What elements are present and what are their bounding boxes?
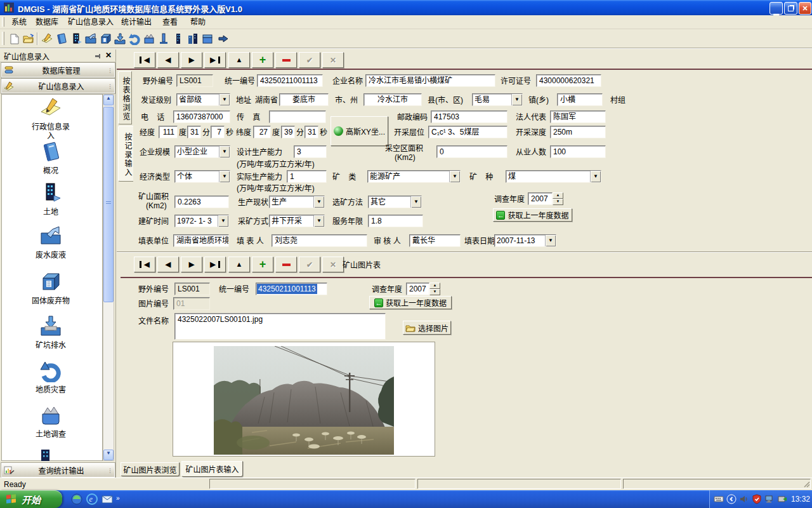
tray-keyboard-icon[interactable]	[714, 494, 724, 504]
nav-top-button[interactable]: ▲	[228, 52, 250, 68]
sidebar-group-mine-entry[interactable]: 矿山信息录入 ⋮	[1, 79, 115, 93]
geohazard-icon[interactable]	[128, 32, 141, 46]
lon-sec-field[interactable]: 7	[211, 126, 225, 138]
minimize-button[interactable]: ▁	[769, 2, 783, 15]
clock[interactable]: 13:32	[791, 495, 810, 504]
dropdown-arrow-icon[interactable]: ▼	[219, 94, 230, 105]
spin-up-icon[interactable]: ▲	[553, 192, 563, 199]
mine-kind-combo[interactable]: 煤▼	[506, 170, 601, 183]
dropdown-arrow-icon[interactable]: ▼	[511, 94, 522, 105]
depth-field[interactable]: 250m	[550, 126, 606, 138]
menu-system[interactable]: 系统	[9, 17, 29, 28]
record-add-button[interactable]: +	[252, 52, 273, 68]
sidebar-group-database[interactable]: 数据库管理 ⋮	[1, 63, 115, 77]
buildings-icon[interactable]	[186, 32, 200, 46]
record-delete-button[interactable]	[275, 52, 297, 68]
dropdown-arrow-icon[interactable]: ▼	[219, 146, 230, 157]
photo-add-button[interactable]: +	[252, 257, 273, 272]
photo-delete-button[interactable]	[275, 257, 297, 272]
mining-mode-combo[interactable]: 井下开采▼	[269, 215, 325, 227]
service-field[interactable]: 1.8	[368, 215, 423, 227]
date-combo[interactable]: 2007-11-13▼	[494, 234, 556, 247]
file-name-box[interactable]: 4325022007LS00101.jpg	[174, 313, 386, 340]
unified-no-field[interactable]: 43250211001113	[257, 74, 323, 87]
sidebar-item-land-survey[interactable]: 土地调查	[6, 404, 95, 439]
tab-entry-by-record[interactable]: 按记录输入	[118, 126, 133, 182]
sidebar-item-land[interactable]: 土地	[6, 182, 95, 217]
exit-icon[interactable]	[216, 32, 230, 46]
layer-field[interactable]: C₁c¹ 3、5煤层	[428, 126, 508, 138]
scroll-up-arrow[interactable]: ▲	[103, 95, 114, 105]
scroll-down-arrow[interactable]: ▼	[103, 450, 114, 460]
dropdown-arrow-icon[interactable]: ▼	[449, 171, 460, 182]
menu-view[interactable]: 查看	[160, 17, 180, 28]
county-combo[interactable]: 毛易▼	[472, 93, 523, 106]
overview-icon[interactable]	[55, 32, 69, 46]
sidebar-close-icon[interactable]: ✕	[105, 51, 112, 60]
sidebar-item-mine-drainage[interactable]: 矿坑排水	[6, 315, 95, 350]
gauss-xy-button[interactable]: 高斯XY坐...	[331, 116, 388, 146]
sidebar-group-query-output[interactable]: 查询统计输出 ⋮	[1, 463, 115, 478]
dropdown-arrow-icon[interactable]: ▼	[313, 196, 324, 208]
resize-grip[interactable]	[803, 481, 811, 488]
area-field[interactable]: 0.2263	[174, 196, 229, 208]
chest-icon[interactable]	[200, 32, 214, 46]
economy-combo[interactable]: 个体▼	[174, 170, 230, 183]
tab-photo-browse[interactable]: 矿山图片表浏览	[121, 462, 180, 476]
tab-browse-by-table[interactable]: 按表格浏览	[118, 71, 132, 124]
menu-help[interactable]: 帮助	[188, 17, 208, 28]
scroll-thumb[interactable]	[103, 107, 114, 302]
solid-waste-icon[interactable]	[98, 32, 112, 46]
mine-class-combo[interactable]: 能源矿产▼	[367, 170, 461, 183]
nav-last-button[interactable]: ▶	[204, 52, 226, 68]
lat-sec-field[interactable]: 31	[304, 126, 318, 138]
sidebar-item-wastewater[interactable]: 废水废液	[6, 225, 95, 260]
photo-nav-top-button[interactable]: ▲	[228, 257, 250, 272]
photo-unified-no-field[interactable]: 43250211001113	[256, 283, 327, 295]
spin-down-icon[interactable]: ▼	[553, 199, 563, 205]
prod-status-combo[interactable]: 生产▼	[269, 196, 325, 208]
built-date-combo[interactable]: 1972- 1- 3▼	[174, 215, 229, 227]
tray-safely-remove-icon[interactable]	[777, 494, 787, 504]
start-button[interactable]: 开始	[0, 490, 62, 508]
photo-survey-year-value[interactable]: 2007	[406, 283, 429, 295]
quicklaunch-mail-icon[interactable]	[102, 493, 113, 505]
scale-combo[interactable]: 小型企业▼	[174, 145, 230, 158]
cert-level-combo[interactable]: 省部级▼	[176, 93, 230, 106]
dropdown-arrow-icon[interactable]: ▼	[313, 215, 324, 227]
beneficiation-combo[interactable]: 其它▼	[368, 196, 422, 208]
lat-min-field[interactable]: 39	[281, 126, 295, 138]
legal-rep-field[interactable]: 陈国军	[550, 110, 606, 123]
menu-database[interactable]: 数据库	[33, 17, 61, 28]
quicklaunch-chevron-icon[interactable]: »	[116, 495, 120, 502]
land-survey-icon[interactable]	[142, 32, 156, 46]
photo-nav-last-button[interactable]: ▶	[204, 257, 226, 272]
close-button[interactable]: ✕	[799, 2, 811, 15]
quicklaunch-ie-icon[interactable]: e	[86, 493, 98, 505]
lat-deg-field[interactable]: 27	[253, 126, 271, 138]
choose-image-button[interactable]: 选择图片	[403, 321, 451, 335]
tab-photo-entry[interactable]: 矿山图片表输入	[181, 461, 243, 477]
filler-field[interactable]: 刘志尧	[272, 234, 367, 247]
pillar-icon[interactable]	[157, 32, 171, 46]
spin-down-icon[interactable]: ▼	[429, 289, 440, 295]
nav-prev-button[interactable]: ◀	[157, 52, 179, 68]
drainage-icon[interactable]	[113, 32, 127, 46]
toolbar-grip[interactable]	[2, 32, 4, 44]
fax-field[interactable]	[269, 110, 326, 123]
survey-year-value[interactable]: 2007	[528, 192, 553, 205]
land-icon[interactable]	[69, 32, 83, 46]
postcode-field[interactable]: 417503	[431, 110, 508, 123]
menu-grip[interactable]	[2, 17, 4, 27]
restore-button[interactable]	[784, 2, 797, 15]
phone-field[interactable]: 13607387000	[173, 110, 230, 123]
sidebar-item-overview[interactable]: 概况	[6, 140, 95, 175]
tray-volume-icon[interactable]	[739, 494, 749, 504]
spin-up-icon[interactable]: ▲	[429, 283, 440, 289]
tray-collapse-chevron-icon[interactable]	[726, 494, 737, 504]
lon-min-field[interactable]: 31	[187, 126, 201, 138]
lon-deg-field[interactable]: 111	[159, 126, 178, 138]
new-file-icon[interactable]	[8, 32, 22, 46]
dropdown-arrow-icon[interactable]: ▼	[545, 235, 556, 246]
sidebar-item-solid-waste[interactable]: 固体废弃物	[6, 271, 95, 305]
